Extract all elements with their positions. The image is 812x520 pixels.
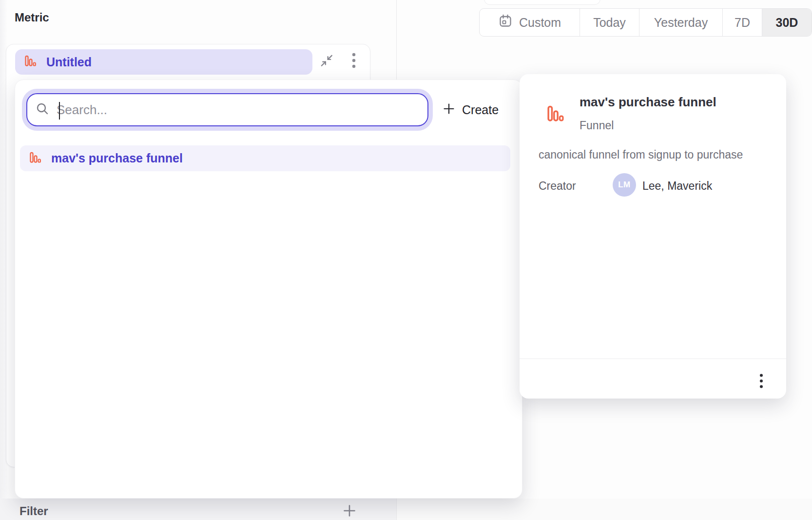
text-cursor: [59, 102, 60, 120]
creator-name: Lee, Maverick: [642, 180, 712, 193]
metric-detail-card: mav's purchase funnel Funnel canonical f…: [520, 74, 786, 399]
metric-search-box: [26, 93, 428, 126]
date-option-label: Today: [593, 16, 626, 30]
date-option-30d-selected[interactable]: 30D: [762, 9, 812, 36]
bottom-right-background: [397, 499, 812, 520]
insights-query-builder-screen: Metric Custom Today Yesterday 7D 30D: [0, 0, 812, 520]
plus-icon: [342, 503, 357, 520]
date-option-7d[interactable]: 7D: [723, 9, 762, 36]
funnel-metric-icon: [546, 104, 564, 125]
result-metric-name: mav's purchase funnel: [51, 151, 183, 165]
detail-card-divider: [520, 359, 786, 359]
calendar-icon: [498, 14, 513, 31]
search-icon: [27, 101, 50, 118]
metric-search-input[interactable]: [50, 94, 427, 125]
detail-metric-description: canonical funnel from signup to purchase: [539, 148, 768, 161]
create-metric-button[interactable]: Create: [438, 95, 503, 124]
cutoff-toolbar-edge: [484, 0, 600, 5]
collapse-metric-button[interactable]: [315, 50, 338, 73]
funnel-metric-icon: [24, 55, 37, 69]
detail-metric-type: Funnel: [580, 119, 614, 132]
date-option-custom[interactable]: Custom: [480, 9, 580, 36]
date-option-label: Yesterday: [654, 16, 708, 30]
detail-more-options-button[interactable]: [750, 371, 773, 393]
metric-more-options-button[interactable]: [344, 50, 364, 73]
kebab-menu-icon: [759, 373, 764, 391]
creator-avatar: LM: [613, 173, 636, 197]
metric-section-label: Metric: [15, 11, 49, 24]
plus-icon: [443, 102, 455, 117]
collapse-arrows-icon: [319, 53, 334, 70]
create-label: Create: [462, 103, 499, 117]
kebab-menu-icon: [351, 52, 356, 71]
date-option-yesterday[interactable]: Yesterday: [639, 9, 723, 36]
add-filter-button[interactable]: [340, 502, 359, 520]
detail-metric-title: mav's purchase funnel: [580, 95, 716, 110]
metric-picker-panel: Create mav's purchase funnel: [15, 80, 522, 499]
filter-section-label: Filter: [19, 504, 48, 518]
selected-metric-name: Untitled: [46, 55, 92, 69]
date-option-today[interactable]: Today: [580, 9, 639, 36]
metric-search-result[interactable]: mav's purchase funnel: [20, 145, 510, 171]
date-option-label: 7D: [735, 16, 750, 30]
funnel-metric-icon: [29, 151, 41, 166]
filter-section-background: [0, 499, 396, 520]
creator-label: Creator: [539, 180, 576, 193]
date-range-control: Custom Today Yesterday 7D 30D: [479, 8, 812, 37]
date-option-label: Custom: [519, 16, 561, 30]
date-option-label: 30D: [776, 16, 798, 30]
selected-metric-row[interactable]: Untitled: [15, 49, 312, 75]
